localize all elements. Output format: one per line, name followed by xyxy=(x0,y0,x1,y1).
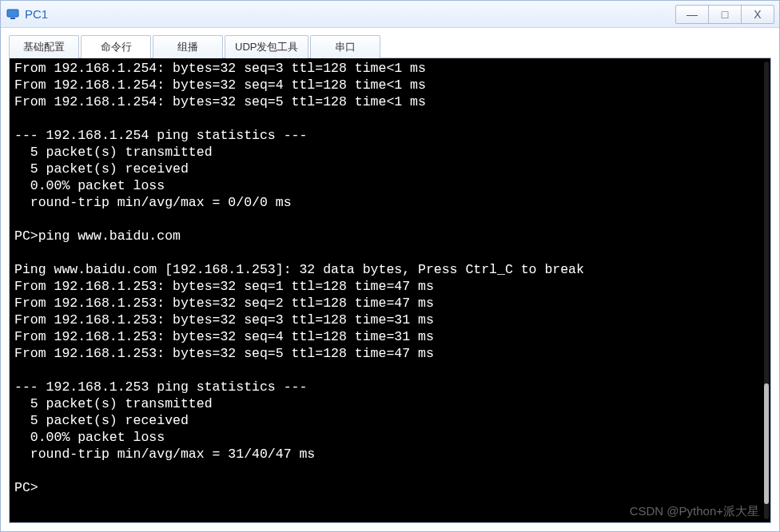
window-controls: — □ X xyxy=(676,5,774,24)
terminal-line: PC>ping www.baidu.com xyxy=(14,228,766,244)
terminal-line: From 192.168.1.253: bytes=32 seq=3 ttl=1… xyxy=(14,312,766,328)
minimize-button[interactable]: — xyxy=(675,5,709,24)
terminal-line: Ping www.baidu.com [192.168.1.253]: 32 d… xyxy=(14,261,766,278)
terminal-line: --- 192.168.1.253 ping statistics --- xyxy=(14,379,766,395)
maximize-button[interactable]: □ xyxy=(708,5,742,24)
tab-udp[interactable]: UDP发包工具 xyxy=(225,35,308,58)
scrollbar-thumb[interactable] xyxy=(764,383,769,504)
close-icon: X xyxy=(754,8,761,21)
tab-cmdline[interactable]: 命令行 xyxy=(81,35,151,58)
tab-label: 命令行 xyxy=(101,40,132,54)
terminal-line: 5 packet(s) transmitted xyxy=(14,144,766,161)
tab-basic[interactable]: 基础配置 xyxy=(9,35,79,58)
titlebar[interactable]: PC1 — □ X xyxy=(1,1,779,28)
app-window: PC1 — □ X 基础配置 命令行 组播 UDP发包工具 串口 From 19… xyxy=(0,0,780,532)
terminal-line: 5 packet(s) transmitted xyxy=(14,395,766,412)
terminal-line: PC> xyxy=(14,479,766,496)
tab-label: 组播 xyxy=(177,40,198,54)
terminal-line: 5 packet(s) received xyxy=(14,161,766,177)
terminal-line: --- 192.168.1.254 ping statistics --- xyxy=(14,127,766,144)
terminal-line: 0.00% packet loss xyxy=(14,429,766,446)
ensp-pc-icon xyxy=(6,7,20,22)
window-title: PC1 xyxy=(25,7,676,21)
tab-label: UDP发包工具 xyxy=(235,40,298,54)
terminal-line: From 192.168.1.254: bytes=32 seq=3 ttl=1… xyxy=(14,60,766,77)
minimize-icon: — xyxy=(686,8,698,21)
terminal-line: From 192.168.1.253: bytes=32 seq=4 ttl=1… xyxy=(14,328,766,345)
tab-serial[interactable]: 串口 xyxy=(310,35,380,58)
terminal-line xyxy=(14,244,766,261)
svg-rect-1 xyxy=(10,18,15,19)
terminal-line: From 192.168.1.254: bytes=32 seq=4 ttl=1… xyxy=(14,77,766,93)
terminal-line: round-trip min/avg/max = 31/40/47 ms xyxy=(14,446,766,463)
tab-label: 基础配置 xyxy=(23,40,65,54)
terminal-line: From 192.168.1.253: bytes=32 seq=2 ttl=1… xyxy=(14,295,766,312)
tab-mcast[interactable]: 组播 xyxy=(153,35,223,58)
tab-label: 串口 xyxy=(335,40,356,54)
terminal-line: From 192.168.1.254: bytes=32 seq=5 ttl=1… xyxy=(14,93,766,110)
terminal-line: From 192.168.1.253: bytes=32 seq=1 ttl=1… xyxy=(14,278,766,295)
svg-rect-0 xyxy=(7,10,18,17)
close-button[interactable]: X xyxy=(741,5,774,24)
terminal-line: 5 packet(s) received xyxy=(14,412,766,429)
tabbar: 基础配置 命令行 组播 UDP发包工具 串口 xyxy=(9,34,771,58)
terminal-line: round-trip min/avg/max = 0/0/0 ms xyxy=(14,194,766,211)
client-area: 基础配置 命令行 组播 UDP发包工具 串口 From 192.168.1.25… xyxy=(1,28,779,531)
terminal-line xyxy=(14,211,766,228)
terminal-line xyxy=(14,362,766,379)
maximize-icon: □ xyxy=(722,8,728,21)
terminal-panel: From 192.168.1.254: bytes=32 seq=3 ttl=1… xyxy=(9,58,771,523)
terminal[interactable]: From 192.168.1.254: bytes=32 seq=3 ttl=1… xyxy=(10,58,770,522)
terminal-line: From 192.168.1.253: bytes=32 seq=5 ttl=1… xyxy=(14,345,766,362)
terminal-line xyxy=(14,463,766,479)
terminal-line: 0.00% packet loss xyxy=(14,177,766,194)
terminal-line xyxy=(14,110,766,127)
